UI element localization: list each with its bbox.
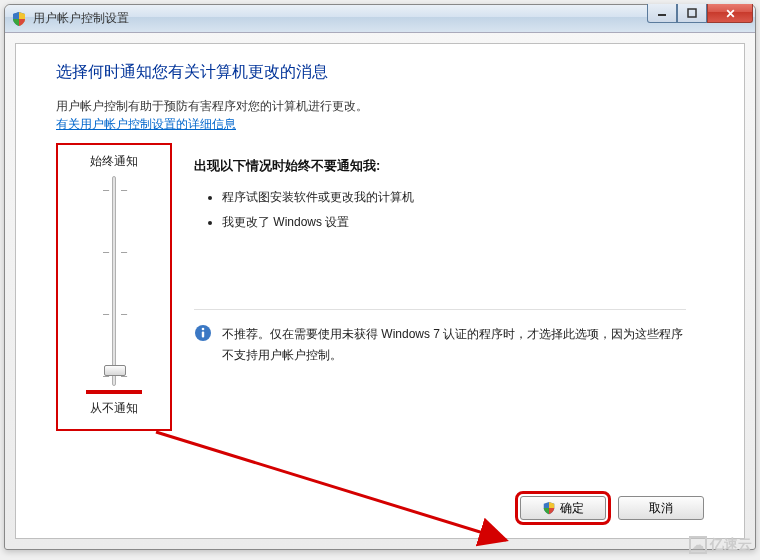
shield-icon bbox=[11, 11, 27, 27]
notification-slider[interactable]: –– –– –– –– bbox=[68, 176, 160, 386]
ok-button[interactable]: 确定 bbox=[520, 496, 606, 520]
shield-icon bbox=[542, 501, 556, 515]
bullet-item: 程序试图安装软件或更改我的计算机 bbox=[222, 189, 686, 206]
learn-more-link[interactable]: 有关用户帐户控制设置的详细信息 bbox=[56, 117, 236, 131]
slider-label-bottom: 从不通知 bbox=[68, 400, 160, 417]
content-panel: 选择何时通知您有关计算机更改的消息 用户帐户控制有助于预防有害程序对您的计算机进… bbox=[15, 43, 745, 539]
ok-label: 确定 bbox=[560, 500, 584, 517]
close-button[interactable] bbox=[707, 4, 753, 23]
cloud-icon: ☁ bbox=[689, 536, 707, 554]
slider-thumb[interactable] bbox=[104, 365, 126, 376]
level-title: 出现以下情况时始终不要通知我: bbox=[194, 157, 686, 175]
level-description: 出现以下情况时始终不要通知我: 程序试图安装软件或更改我的计算机 我更改了 Wi… bbox=[188, 143, 704, 431]
window-title: 用户帐户控制设置 bbox=[33, 10, 647, 27]
svg-rect-0 bbox=[658, 14, 666, 16]
window-controls bbox=[647, 4, 753, 23]
annotation-arrow bbox=[146, 422, 536, 560]
svg-rect-1 bbox=[688, 9, 696, 17]
svg-point-3 bbox=[202, 328, 205, 331]
cancel-label: 取消 bbox=[649, 500, 673, 517]
recommendation-text: 不推荐。仅在需要使用未获得 Windows 7 认证的程序时，才选择此选项，因为… bbox=[222, 324, 686, 365]
description-text: 用户帐户控制有助于预防有害程序对您的计算机进行更改。 bbox=[56, 97, 704, 116]
page-heading: 选择何时通知您有关计算机更改的消息 bbox=[56, 62, 704, 83]
maximize-button[interactable] bbox=[677, 4, 707, 23]
svg-rect-4 bbox=[202, 332, 204, 338]
titlebar[interactable]: 用户帐户控制设置 bbox=[5, 5, 755, 33]
svg-line-5 bbox=[156, 432, 506, 540]
uac-settings-window: 用户帐户控制设置 选择何时通知您有关计算机更改的消息 用户帐户控制有助于预防有害… bbox=[4, 4, 756, 550]
slider-container: 始终通知 –– –– –– –– 从不通知 bbox=[56, 143, 172, 431]
cancel-button[interactable]: 取消 bbox=[618, 496, 704, 520]
minimize-button[interactable] bbox=[647, 4, 677, 23]
annotation-highlight bbox=[86, 390, 142, 394]
slider-label-top: 始终通知 bbox=[68, 153, 160, 170]
bullet-item: 我更改了 Windows 设置 bbox=[222, 214, 686, 231]
dialog-buttons: 确定 取消 bbox=[520, 496, 704, 520]
watermark: ☁ 亿速云 bbox=[689, 536, 752, 554]
info-icon bbox=[194, 324, 212, 342]
